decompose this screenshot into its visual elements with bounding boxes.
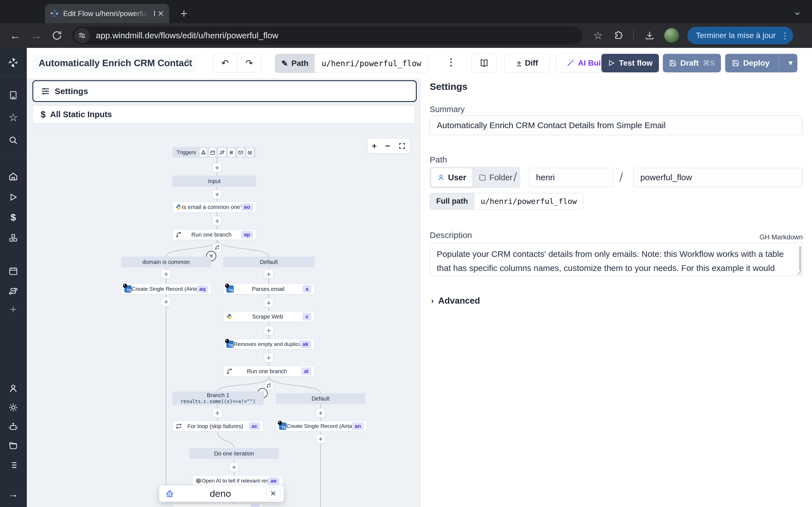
step-node-c[interactable]: Scrape Web c — [223, 311, 314, 322]
insert-step-button[interactable]: + — [213, 408, 222, 418]
runs-icon[interactable] — [8, 192, 18, 202]
insert-step-button[interactable]: + — [264, 298, 273, 307]
deno-popup[interactable]: deno ✕ — [159, 485, 284, 502]
windmill-logo-icon[interactable] — [8, 57, 18, 68]
browser-tab-strip: Edit Flow u/henri/powerful_flo ✕ + ⌄ — [0, 0, 812, 23]
workers-robot-icon[interactable] — [8, 421, 18, 432]
resources-icon[interactable] — [8, 233, 18, 243]
edit-title-pencil-icon[interactable]: ✎ — [185, 57, 193, 68]
forward-icon[interactable]: → — [31, 29, 42, 42]
insert-step-button[interactable]: + — [161, 269, 171, 279]
step-node-al[interactable]: Run one branch al — [223, 366, 314, 377]
redo-button[interactable]: ↷ — [237, 54, 261, 72]
insert-step-button[interactable]: + — [264, 353, 273, 362]
deploy-dropdown-icon[interactable]: ▼ — [787, 59, 794, 67]
workspace-icon[interactable] — [8, 90, 18, 100]
window-chevron-icon[interactable]: ⌄ — [793, 5, 802, 17]
advanced-toggle[interactable]: › Advanced — [431, 296, 480, 306]
poll-icon[interactable] — [246, 148, 254, 157]
reload-icon[interactable] — [51, 30, 63, 41]
zoom-in-icon[interactable]: + — [372, 141, 377, 151]
do-one-iteration-node[interactable]: Do one iteration — [189, 448, 279, 459]
input-node[interactable]: Input — [172, 175, 256, 187]
back-icon[interactable]: ← — [10, 29, 21, 42]
home-icon[interactable] — [8, 171, 18, 181]
folders-icon[interactable] — [8, 441, 18, 451]
resize-handle[interactable] — [797, 270, 802, 275]
docs-button[interactable] — [471, 54, 497, 72]
path-chip[interactable]: ✎Path u/henri/powerful_flow — [275, 54, 428, 73]
route-icon[interactable] — [218, 148, 225, 157]
branch-node-default[interactable]: Default — [223, 257, 314, 267]
branch-node-default2[interactable]: Default — [276, 393, 365, 404]
branch1-node[interactable]: Branch 1 results.c.some((x)=>x!="") — [172, 392, 264, 405]
description-textarea[interactable]: Populate your CRM contacts' details from… — [430, 243, 803, 276]
flow-name-input[interactable]: powerful_flow — [633, 168, 802, 187]
insert-step-button[interactable]: + — [264, 326, 273, 335]
browser-update-button[interactable]: Terminer la mise à jour ⋮ — [688, 27, 793, 44]
step-node-a[interactable]: TS Parses email a — [223, 284, 314, 294]
extensions-icon[interactable] — [613, 31, 624, 41]
insert-step-button[interactable]: + — [161, 297, 171, 306]
schedules-icon[interactable] — [8, 266, 18, 276]
folder-toggle[interactable]: Folder — [472, 168, 519, 187]
flow-title[interactable]: Automatically Enrich CRM Contact — [33, 54, 196, 72]
search-icon[interactable] — [8, 135, 18, 145]
user-icon[interactable] — [8, 383, 18, 393]
insert-step-button[interactable]: + — [316, 408, 325, 418]
magic-wand-icon — [566, 59, 574, 67]
insert-step-button[interactable]: + — [316, 434, 325, 444]
insert-step-button[interactable]: + — [212, 189, 222, 199]
profile-avatar[interactable] — [664, 28, 679, 43]
owner-input[interactable]: henri — [529, 168, 613, 187]
diff-button[interactable]: ± Diff — [505, 54, 550, 72]
plug-icon[interactable] — [228, 148, 235, 157]
triggers-node[interactable]: Triggers — [172, 147, 256, 158]
branch-node-left[interactable]: domain is common — [121, 257, 211, 267]
schedule-icon[interactable] — [209, 148, 216, 157]
draft-button[interactable]: Draft ⌘S — [663, 54, 721, 72]
scrollbar-thumb[interactable] — [799, 246, 801, 271]
deploy-button[interactable]: Deploy ▼ — [725, 54, 797, 72]
summary-input[interactable]: Automatically Enrich CRM Contact Details… — [430, 115, 802, 135]
user-toggle[interactable]: User — [431, 168, 472, 187]
insert-step-button[interactable]: + — [229, 462, 239, 472]
routes-icon[interactable] — [8, 286, 18, 296]
add-branch-button[interactable] — [264, 381, 273, 390]
downloads-icon[interactable] — [645, 31, 655, 41]
tab-close-icon[interactable]: ✕ — [158, 9, 164, 18]
close-icon[interactable]: ✕ — [266, 487, 280, 500]
step-node-ao[interactable]: Is email a common one? ao — [172, 202, 256, 212]
add-icon[interactable]: + — [8, 304, 18, 314]
browser-menu-icon[interactable]: ⋮ — [781, 31, 790, 41]
add-branch-button[interactable] — [213, 243, 222, 252]
more-options-icon[interactable]: ⋮ — [446, 56, 456, 68]
undo-button[interactable]: ↶ — [213, 54, 237, 72]
step-node-ae[interactable]: Open AI to tell if relevant result ae — [192, 475, 283, 486]
new-tab-button[interactable]: + — [181, 8, 188, 20]
insert-step-button[interactable]: + — [212, 163, 222, 172]
insert-step-button[interactable]: + — [212, 216, 222, 226]
step-node-aq[interactable]: TS Create Single Record (Airtable) aq — [121, 284, 211, 294]
settings-gear-icon[interactable] — [8, 402, 18, 413]
zoom-out-icon[interactable]: − — [385, 141, 390, 151]
test-flow-button[interactable]: Test flow — [601, 54, 659, 72]
step-node-an[interactable]: TS Create Single Record (Airtable) an — [276, 421, 367, 432]
favorites-icon[interactable]: ☆ — [8, 112, 18, 122]
step-node-ac[interactable]: For loop (skip failures) ac — [172, 421, 263, 432]
step-node-partial[interactable] — [172, 504, 263, 507]
site-info-icon[interactable] — [74, 28, 90, 43]
fit-view-icon[interactable] — [398, 142, 406, 150]
email-icon[interactable] — [237, 148, 245, 157]
bookmark-star-icon[interactable]: ☆ — [593, 29, 603, 42]
browser-tab[interactable]: Edit Flow u/henri/powerful_flo ✕ — [45, 4, 169, 23]
step-node-ap[interactable]: Run one branch ap — [172, 229, 256, 240]
insert-step-button[interactable]: + — [264, 269, 273, 279]
step-node-ak[interactable]: TS Removes empty and duplicates ak — [223, 339, 314, 349]
url-bar[interactable]: app.windmill.dev/flows/edit/u/henri/powe… — [72, 26, 582, 45]
variables-icon[interactable]: $ — [8, 212, 18, 222]
logs-icon[interactable] — [8, 460, 18, 470]
webhook-icon[interactable] — [200, 148, 207, 157]
collapse-arrow-icon[interactable]: → — [8, 489, 18, 499]
step-id-badge: ao — [241, 203, 253, 211]
